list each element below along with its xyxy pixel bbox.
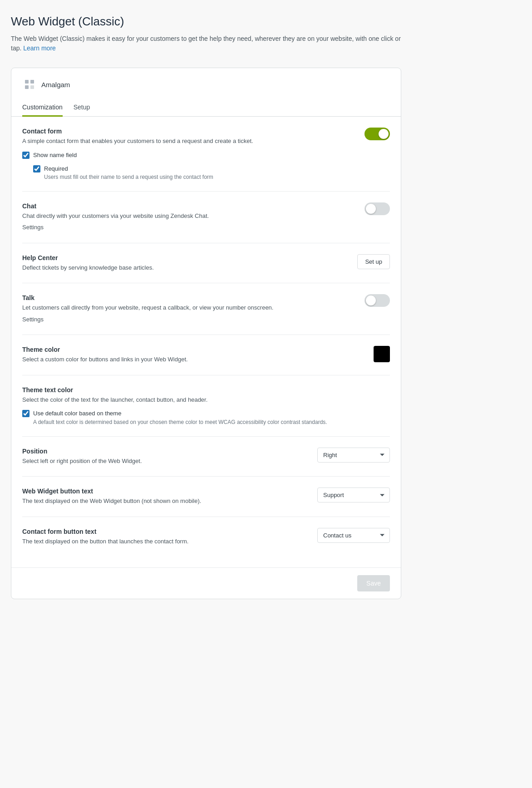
section-contact-form-button-text: Contact form button text The text displa…	[22, 517, 390, 557]
section-position-content: Position Select left or right position o…	[22, 448, 310, 466]
svg-rect-3	[30, 85, 34, 89]
required-sub-desc: Users must fill out their name to send a…	[44, 174, 357, 180]
contact-form-desc: A simple contact form that enables your …	[22, 137, 357, 146]
chat-settings-link[interactable]: Settings	[22, 224, 44, 231]
help-center-control: Set up	[357, 254, 390, 269]
widget-button-text-select[interactable]: Support Help Contact us	[317, 488, 390, 502]
section-contact-form-content: Contact form A simple contact form that …	[22, 128, 357, 180]
section-help-center-content: Help Center Deflect tickets by serving k…	[22, 254, 350, 272]
widget-button-text-title: Web Widget button text	[22, 488, 310, 495]
use-default-color-label[interactable]: Use default color based on theme	[33, 409, 121, 418]
use-default-color-sub-desc: A default text color is determined based…	[33, 419, 390, 425]
chat-desc: Chat directly with your customers via yo…	[22, 212, 357, 221]
position-desc: Select left or right position of the Web…	[22, 457, 310, 466]
widget-button-text-desc: The text displayed on the Web Widget but…	[22, 497, 310, 506]
section-theme-text-color-header: Theme text color Select the color of the…	[22, 386, 390, 425]
toggle-thumb	[366, 204, 376, 214]
tab-setup[interactable]: Setup	[74, 99, 90, 117]
section-widget-button-text-header: Web Widget button text The text displaye…	[22, 488, 390, 506]
section-chat-header: Chat Chat directly with your customers v…	[22, 202, 390, 232]
contact-form-title: Contact form	[22, 128, 357, 135]
help-center-desc: Deflect tickets by serving knowledge bas…	[22, 263, 350, 272]
section-position: Position Select left or right position o…	[22, 437, 390, 477]
contact-form-button-text-select[interactable]: Contact us Support Help	[317, 528, 390, 543]
contact-form-toggle-switch[interactable]	[365, 128, 390, 140]
section-theme-color-header: Theme color Select a custom color for bu…	[22, 346, 390, 364]
card-header: Amalgam	[11, 68, 401, 92]
section-chat-content: Chat Chat directly with your customers v…	[22, 202, 357, 232]
svg-rect-2	[25, 85, 29, 89]
svg-rect-0	[25, 80, 29, 84]
brand-icon	[22, 77, 37, 92]
widget-button-text-control: Support Help Contact us	[317, 488, 390, 502]
settings-card: Amalgam Customization Setup Contact form…	[11, 68, 401, 599]
use-default-color-row: Use default color based on theme	[22, 409, 390, 418]
talk-settings-link[interactable]: Settings	[22, 316, 44, 323]
chat-toggle[interactable]	[365, 202, 390, 215]
section-chat: Chat Chat directly with your customers v…	[22, 192, 390, 243]
section-widget-button-text-content: Web Widget button text The text displaye…	[22, 488, 310, 506]
contact-form-button-text-control: Contact us Support Help	[317, 528, 390, 543]
section-contact-form-button-text-header: Contact form button text The text displa…	[22, 528, 390, 546]
required-row: Required	[33, 165, 357, 173]
talk-toggle-switch[interactable]	[365, 294, 390, 307]
card-body: Contact form A simple contact form that …	[11, 117, 401, 567]
save-button[interactable]: Save	[357, 575, 390, 591]
section-contact-form: Contact form A simple contact form that …	[22, 117, 390, 192]
toggle-thumb	[379, 129, 389, 139]
footer-actions: Save	[11, 567, 401, 599]
talk-desc: Let customers call directly from your we…	[22, 303, 357, 312]
chat-toggle-switch[interactable]	[365, 202, 390, 215]
position-control: Left Right	[317, 448, 390, 463]
section-help-center-header: Help Center Deflect tickets by serving k…	[22, 254, 390, 272]
section-talk: Talk Let customers call directly from yo…	[22, 283, 390, 335]
widget-button-text-select-wrapper: Support Help Contact us	[317, 488, 390, 502]
show-name-field-checkbox[interactable]	[22, 152, 30, 159]
theme-text-color-title: Theme text color	[22, 386, 390, 394]
position-title: Position	[22, 448, 310, 455]
section-widget-button-text: Web Widget button text The text displaye…	[22, 477, 390, 517]
tab-customization[interactable]: Customization	[22, 99, 63, 117]
svg-rect-1	[30, 80, 34, 84]
section-theme-color-content: Theme color Select a custom color for bu…	[22, 346, 366, 364]
page-title: Web Widget (Classic)	[11, 15, 521, 29]
show-name-field-row: Show name field	[22, 151, 357, 159]
section-theme-text-color: Theme text color Select the color of the…	[22, 375, 390, 437]
section-theme-color: Theme color Select a custom color for bu…	[22, 335, 390, 375]
learn-more-link[interactable]: Learn more	[23, 44, 56, 52]
position-select[interactable]: Left Right	[317, 448, 390, 463]
section-talk-header: Talk Let customers call directly from yo…	[22, 294, 390, 324]
section-help-center: Help Center Deflect tickets by serving k…	[22, 243, 390, 284]
help-center-setup-button[interactable]: Set up	[357, 254, 390, 269]
talk-title: Talk	[22, 294, 357, 301]
required-section: Required Users must fill out their name …	[33, 165, 357, 180]
page-description: The Web Widget (Classic) makes it easy f…	[11, 34, 401, 53]
tabs-bar: Customization Setup	[11, 99, 401, 117]
theme-color-desc: Select a custom color for buttons and li…	[22, 355, 366, 364]
required-checkbox[interactable]	[33, 165, 40, 172]
theme-text-color-desc: Select the color of the text for the lau…	[22, 395, 390, 404]
use-default-color-checkbox[interactable]	[22, 410, 30, 417]
contact-form-toggle[interactable]	[365, 128, 390, 140]
help-center-title: Help Center	[22, 254, 350, 261]
talk-toggle[interactable]	[365, 294, 390, 307]
section-talk-content: Talk Let customers call directly from yo…	[22, 294, 357, 324]
required-label[interactable]: Required	[44, 165, 68, 173]
contact-form-button-text-desc: The text displayed on the button that la…	[22, 537, 310, 546]
section-contact-form-header: Contact form A simple contact form that …	[22, 128, 390, 180]
theme-color-title: Theme color	[22, 346, 366, 353]
section-position-header: Position Select left or right position o…	[22, 448, 390, 466]
contact-form-button-text-select-wrapper: Contact us Support Help	[317, 528, 390, 543]
brand-name: Amalgam	[41, 81, 70, 89]
section-contact-form-button-text-content: Contact form button text The text displa…	[22, 528, 310, 546]
contact-form-button-text-title: Contact form button text	[22, 528, 310, 535]
chat-title: Chat	[22, 202, 357, 210]
show-name-field-label[interactable]: Show name field	[33, 151, 77, 159]
section-theme-text-color-content: Theme text color Select the color of the…	[22, 386, 390, 425]
position-select-wrapper: Left Right	[317, 448, 390, 463]
theme-color-swatch[interactable]	[374, 346, 390, 362]
theme-color-control	[374, 346, 390, 362]
